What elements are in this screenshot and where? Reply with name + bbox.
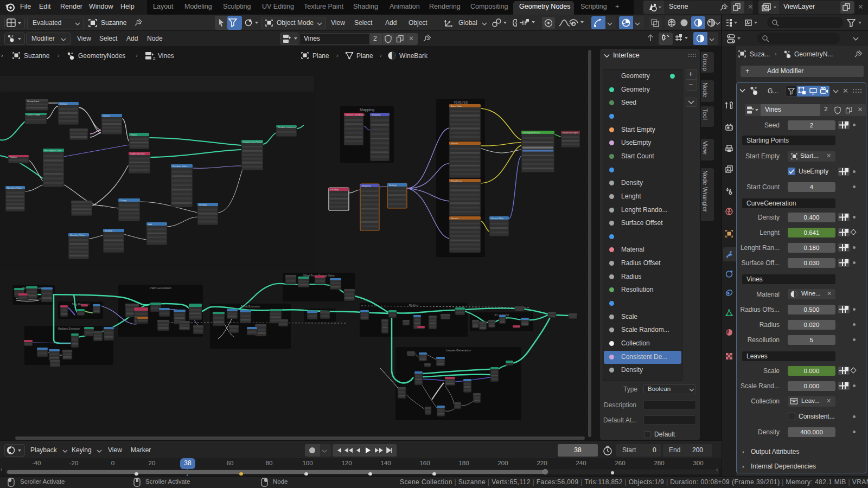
svg-text:Metallic: Metallic [451, 142, 458, 145]
svg-text:Random Value: Random Value [70, 234, 85, 236]
svg-text:Switch: Switch [103, 114, 110, 117]
svg-text:Base Color: Base Color [451, 105, 462, 107]
svg-text:Principled BSDF: Principled BSDF [523, 131, 540, 134]
svg-text:Random Value: Random Value [7, 187, 22, 189]
svg-text:Multiply: Multiply [105, 229, 113, 232]
svg-text:2: 2 [153, 56, 156, 61]
svg-text:Instance on Points: Instance on Points [243, 140, 261, 143]
svg-text:Multiply: Multiply [60, 102, 68, 105]
svg-text:Random Value: Random Value [173, 165, 188, 168]
svg-text:Radians Extrusion: Radians Extrusion [58, 327, 80, 330]
svg-text:Group Input: Group Input [27, 100, 40, 102]
svg-text:Clamp: Clamp [120, 199, 127, 202]
svg-text:Curve Length: Curve Length [27, 113, 41, 116]
svg-text:Add: Add [148, 223, 152, 226]
svg-text:Multiply: Multiply [389, 184, 397, 187]
svg-text:Normal: Normal [451, 217, 458, 220]
svg-text:Material Output: Material Output [563, 131, 578, 134]
svg-text:Radius: Radius [10, 156, 17, 158]
svg-text:Roughness: Roughness [451, 179, 462, 182]
svg-text:Multiply: Multiply [199, 203, 207, 206]
svg-text:Mapping: Mapping [372, 113, 381, 116]
svg-text:Collection Info: Collection Info [130, 152, 145, 155]
svg-text:Resample Curve: Resample Curve [44, 149, 62, 152]
svg-text:Mapping: Mapping [362, 184, 371, 187]
svg-text:Texture Coordinate: Texture Coordinate [346, 113, 365, 116]
svg-text:Normal Map: Normal Map [491, 217, 503, 220]
svg-text:Textures: Textures [454, 100, 468, 104]
svg-text:Points: Points [131, 133, 137, 136]
svg-text:Mapping: Mapping [360, 108, 374, 112]
svg-text:Path Generation: Path Generation [150, 286, 171, 290]
svg-text:UV Map: UV Map [330, 188, 339, 191]
svg-text:Realize Instances: Realize Instances [278, 126, 296, 129]
svg-text:Leaves Generation: Leaves Generation [446, 349, 471, 352]
